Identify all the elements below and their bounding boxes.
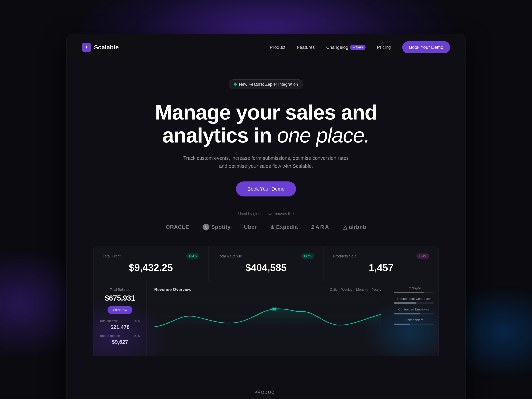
hero-title-line2-italic: one place. [277,124,370,147]
stat-card-revenue: Total Revenue +47% $404,585 [209,246,323,281]
feature-badge: New Feature: Zapier Integration [228,79,304,89]
logo-area: ✦ Scalable [82,43,119,52]
expense-value: $9,627 [100,339,140,345]
hero-section: New Feature: Zapier Integration Manage y… [67,60,465,367]
chart-filters: Daily Weekly Monthly Yearly [330,288,381,292]
stat-profit-value: $9,432.25 [103,262,199,273]
logo-expedia: ⊕ Expedia [270,224,298,230]
content-window: ✦ Scalable Product Features Changelog + … [66,34,466,399]
employee-bar-bg-1 [394,302,434,304]
employee-name-0: Employee [394,286,434,290]
chart-area [154,297,381,335]
nav-links: Product Features Changelog + New Pricing… [270,41,450,53]
employee-item-0: Employee [394,286,434,293]
employee-item-1: Independent Contractor [394,297,434,304]
stats-row: Total Profit +84% $9,432.25 Total Revenu… [94,246,438,281]
expense-pct: 92% [134,334,140,338]
logo-airbnb: △ airbnb [343,224,367,230]
employee-item-2: Contracted Employee [394,308,434,314]
expense-name: Total Expense [100,334,120,338]
filter-daily[interactable]: Daily [330,288,337,292]
stat-revenue-value: $404,585 [218,262,314,273]
nav-product[interactable]: Product [270,45,285,50]
page-container: ✦ Scalable Product Features Changelog + … [0,34,532,399]
employee-bar-bg-2 [394,313,434,314]
right-panel: Employee Independent Contractor [389,281,438,356]
filter-monthly[interactable]: Monthly [356,288,368,292]
book-demo-hero-button[interactable]: Book Your Demo [236,181,296,196]
logo-spotify: ♫ Spotify [203,224,231,230]
chart-panel: Revenue Overview Daily Weekly Monthly Ye… [147,281,389,356]
dashboard-preview: Total Profit +84% $9,432.25 Total Revenu… [93,246,439,356]
employee-name-1: Independent Contractor [394,297,434,301]
employee-bar-fill-1 [394,302,416,304]
balance-value: $675,931 [100,294,140,302]
nav-changelog[interactable]: Changelog [326,45,348,50]
chart-fill [154,309,381,335]
employee-bar-fill-3 [394,323,410,325]
changelog-area: Changelog + New [326,45,366,50]
section-product-tag: Product [82,390,450,395]
stat-products-badge: +24% [417,253,429,259]
chart-header: Revenue Overview Daily Weekly Monthly Ye… [154,287,381,292]
feature-dot [234,83,237,86]
badge-new: + New [350,45,366,50]
stat-revenue-badge: +47% [301,253,314,259]
filter-yearly[interactable]: Yearly [372,288,381,292]
withdraw-button[interactable]: Withdraw [108,306,133,314]
airbnb-symbol: △ [343,224,348,230]
hero-title-line1: Manage your sales and [155,101,377,124]
income-pct: 92% [134,319,140,323]
expedia-symbol: ⊕ [270,224,275,230]
expense-row: Total Expense 92% [100,334,140,338]
stat-card-profit: Total Profit +84% $9,432.25 [94,246,208,281]
spotify-icon: ♫ [203,224,209,230]
employee-name-2: Contracted Employee [394,308,434,311]
employee-item-3: Stakeholders [394,318,434,325]
logo-text: Scalable [94,44,119,51]
employee-bar-bg-0 [394,292,434,293]
logo-zara: ZARA [311,224,330,230]
navbar: ✦ Scalable Product Features Changelog + … [67,34,465,60]
employee-bar-bg-3 [394,323,434,325]
hero-title-line2-normal: analytics in [162,124,277,147]
stat-revenue-label: Total Revenue +47% [218,253,314,259]
trusted-label: Used by global powerhouses like [82,212,450,216]
hero-title: Manage your sales and analytics in one p… [82,101,450,147]
chart-dot-glow [271,307,278,311]
nav-features[interactable]: Features [297,45,315,50]
nav-pricing[interactable]: Pricing [377,45,391,50]
stat-card-products: Products Sold +24% 1,457 [324,246,438,281]
logo-symbol: ✦ [85,45,88,50]
logos-row: ORACLE ♫ Spotify Uber ⊕ Expedia ZARA △ a… [82,224,450,230]
income-value: $21,478 [100,324,140,330]
section-product: Product Track the things that matter mos… [67,367,465,399]
balance-label: Total Balance [100,288,140,292]
feature-badge-text: New Feature: Zapier Integration [239,82,298,87]
employee-bar-fill-0 [394,292,424,293]
logo-icon: ✦ [82,43,91,52]
stat-products-label: Products Sold +24% [333,253,429,259]
revenue-chart-svg [154,297,381,335]
stat-products-value: 1,457 [333,262,429,273]
chart-title: Revenue Overview [154,287,191,292]
dashboard-main: Total Balance $675,931 Withdraw Total In… [94,281,438,356]
logo-uber: Uber [244,224,257,230]
expense-item: Total Expense 92% $9,627 [100,334,140,345]
book-demo-nav-button[interactable]: Book Your Demo [402,41,450,53]
employee-name-3: Stakeholders [394,318,434,322]
left-panel: Total Balance $675,931 Withdraw Total In… [94,281,147,356]
employee-bar-fill-2 [394,313,420,314]
filter-weekly[interactable]: Weekly [341,288,352,292]
stat-profit-label: Total Profit +84% [103,253,199,259]
income-row: Total Income 92% [100,319,140,323]
logo-oracle: ORACLE [166,224,189,230]
income-item: Total Income 92% $21,478 [100,319,140,330]
stat-profit-badge: +84% [186,253,199,259]
hero-subtitle: Track custom events, increase form submi… [180,154,352,170]
income-name: Total Income [100,319,118,323]
